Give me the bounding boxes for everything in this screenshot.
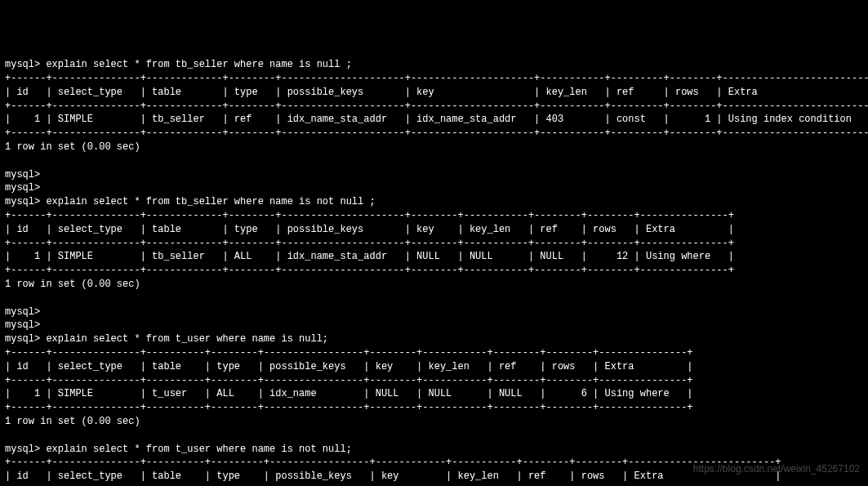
- terminal-output: mysql> explain select * from tb_seller w…: [5, 58, 863, 486]
